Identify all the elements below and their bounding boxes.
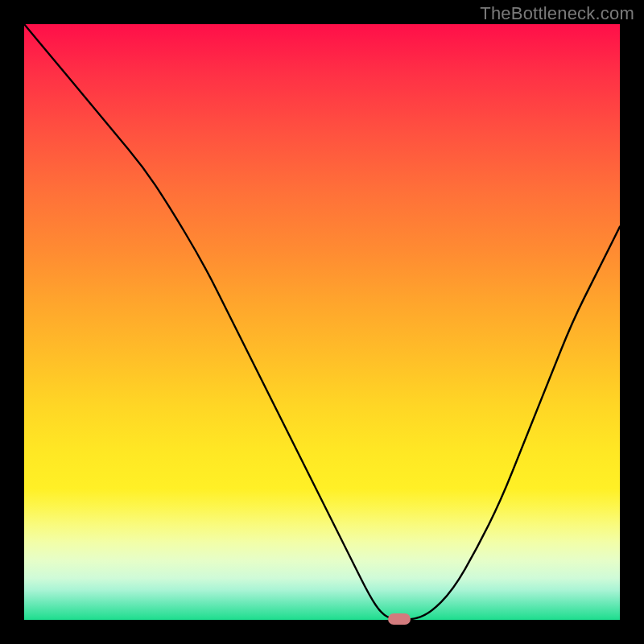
bottleneck-curve [24,24,620,620]
curve-svg [24,24,620,620]
chart-container: TheBottleneck.com [0,0,644,644]
watermark-text: TheBottleneck.com [480,3,634,24]
plot-area [24,24,620,620]
optimal-marker [388,613,411,625]
